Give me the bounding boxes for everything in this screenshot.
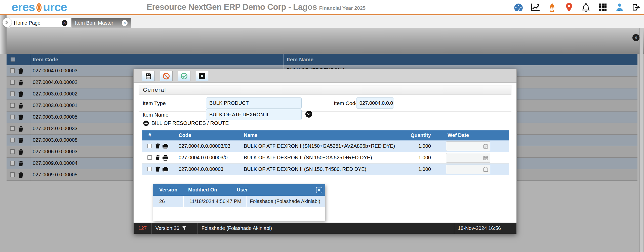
eresource-logo[interactable]: eres urce (12, 0, 67, 14)
expand-sidebar-button[interactable] (3, 18, 12, 27)
item-name-expand-icon[interactable] (305, 111, 312, 118)
health-doctor-icon[interactable] (615, 2, 625, 12)
cancel-icon (163, 73, 170, 80)
row-checkbox[interactable] (10, 103, 15, 108)
bom-name-cell: BULK OF ATF DEXRON II (SN 150+GA 5251+RE… (244, 155, 372, 161)
bom-section-title: BILL OF RESOURCES / ROUTE (151, 120, 229, 126)
close-tab-icon[interactable]: ✕ (122, 20, 128, 26)
item-code-cell: 027.0003.0.0.00005 (33, 114, 77, 120)
wef-date-field[interactable] (446, 165, 490, 174)
row-checkbox[interactable] (10, 161, 15, 166)
dashboard-icon[interactable] (513, 2, 524, 12)
vertical-scrollbar[interactable] (639, 28, 643, 252)
location-pin-icon[interactable] (564, 2, 574, 12)
item-code-cell: 027.0009.0.0.00005 (33, 172, 77, 178)
delete-row-icon[interactable] (18, 126, 23, 132)
delete-row-icon[interactable] (18, 103, 23, 109)
cancel-button[interactable] (160, 71, 173, 81)
row-checkbox[interactable] (147, 144, 152, 148)
column-header-wef-date: Wef Date (448, 132, 469, 138)
cell-divider (183, 196, 184, 207)
logo-text-2: urce (43, 0, 67, 14)
column-header-code: Code (179, 132, 191, 138)
close-all-tabs-icon[interactable]: ✕ (632, 34, 639, 41)
item-type-field[interactable] (206, 97, 302, 109)
modified-on-cell: 11/18/2024 4:56:47 PM (189, 198, 241, 204)
close-tab-icon[interactable]: ✕ (62, 20, 67, 26)
calendar-icon[interactable] (483, 156, 488, 160)
print-row-icon[interactable] (163, 144, 168, 149)
delete-row-icon[interactable] (155, 155, 160, 160)
print-row-icon[interactable] (163, 155, 168, 161)
item-code-cell: 027.0003.0.0.00002 (33, 91, 77, 97)
chevron-right-icon (5, 20, 9, 24)
cell-divider (246, 196, 247, 207)
column-header-version: Version (159, 187, 177, 193)
page-title: Eresource NextGen ERP Demo Corp - LagosF… (147, 2, 366, 12)
item-name-field[interactable] (206, 109, 302, 120)
item-code-field[interactable] (356, 97, 394, 109)
bom-row[interactable]: 027.0004.0.0.00003/0 BULK OF ATF DEXRON … (142, 152, 509, 164)
print-row-icon[interactable] (163, 167, 168, 172)
delete-row-icon[interactable] (18, 149, 23, 155)
bom-name-cell: BULK OF ATF DEXRON II (SN 150, T4580, RE… (244, 166, 366, 172)
row-checkbox[interactable] (10, 91, 15, 96)
select-all-checkbox[interactable] (11, 57, 15, 62)
notifications-bell-icon[interactable] (581, 2, 591, 12)
apps-grid-icon[interactable] (598, 2, 608, 12)
general-section-header: General (139, 85, 511, 95)
version-row[interactable]: 26 11/18/2024 4:56:47 PM Folashade (Fola… (153, 196, 325, 207)
delete-row-icon[interactable] (155, 166, 160, 172)
row-checkbox[interactable] (147, 167, 152, 171)
row-checkbox[interactable] (147, 155, 152, 160)
row-checkbox[interactable] (10, 172, 15, 177)
delete-row-icon[interactable] (18, 91, 23, 97)
calendar-icon[interactable] (483, 167, 488, 172)
delete-row-icon[interactable] (155, 143, 160, 149)
delete-row-icon[interactable] (18, 68, 23, 74)
column-header-quantity: Quantity (411, 132, 431, 138)
status-datetime: 18-Nov-2024 16:56 (454, 223, 516, 234)
tab-label: Item Bom Master (75, 20, 122, 26)
filter-funnel-icon[interactable] (182, 226, 186, 230)
bom-code-cell: 027.0004.0.0.00003/03 (179, 143, 230, 149)
row-checkbox[interactable] (10, 138, 15, 142)
analytics-chart-icon[interactable] (530, 2, 540, 12)
delete-row-icon[interactable] (18, 161, 23, 167)
delete-row-icon[interactable] (18, 80, 23, 86)
tab-item-bom-master[interactable]: Item Bom Master ✕ (71, 18, 131, 28)
logout-icon[interactable] (631, 2, 641, 12)
tab-bar: Home Page ✕ Item Bom Master ✕ ✕ (0, 15, 644, 28)
bom-row[interactable]: 027.0004.0.0.00003 BULK OF ATF DEXRON II… (142, 164, 509, 175)
close-version-panel-icon[interactable]: ✕ (316, 187, 322, 193)
row-checkbox[interactable] (10, 126, 15, 131)
row-checkbox[interactable] (10, 115, 15, 119)
save-button[interactable] (142, 71, 155, 81)
approve-button[interactable] (178, 71, 190, 81)
delete-row-icon[interactable] (18, 114, 23, 120)
bom-code-cell: 027.0004.0.0.00003/0 (179, 155, 228, 161)
row-checkbox[interactable] (10, 80, 15, 85)
calendar-icon[interactable] (483, 144, 488, 149)
column-header-item-name: Item Name (287, 57, 313, 63)
version-status[interactable]: Version:26 (152, 223, 198, 234)
row-checkbox[interactable] (10, 149, 15, 154)
version-cell: 26 (159, 198, 165, 204)
delete-row-icon[interactable] (18, 137, 23, 143)
wef-date-field[interactable] (446, 141, 490, 151)
wef-date-field[interactable] (446, 153, 490, 163)
assistant-mascot-icon[interactable] (547, 2, 557, 12)
delete-row-icon[interactable] (18, 172, 23, 178)
bom-row[interactable]: 027.0004.0.0.00003/03 BULK OF ATF DEXRON… (142, 140, 509, 152)
bom-code-cell: 027.0004.0.0.00003 (179, 166, 223, 172)
add-resource-icon[interactable] (143, 120, 149, 126)
column-header-modified-on: Modified On (188, 187, 217, 193)
column-header-item-code: Item Code (33, 57, 58, 63)
item-code-cell: 027.0009.0.0.00004 (33, 160, 77, 166)
column-header-num: # (148, 132, 151, 138)
item-code-cell: 027.0012.0.0.00033 (33, 126, 77, 131)
close-dialog-button[interactable]: ✕ (196, 71, 208, 81)
tab-home-page[interactable]: Home Page ✕ (10, 18, 71, 28)
row-checkbox[interactable] (10, 68, 15, 73)
column-header-name: Name (244, 132, 257, 138)
